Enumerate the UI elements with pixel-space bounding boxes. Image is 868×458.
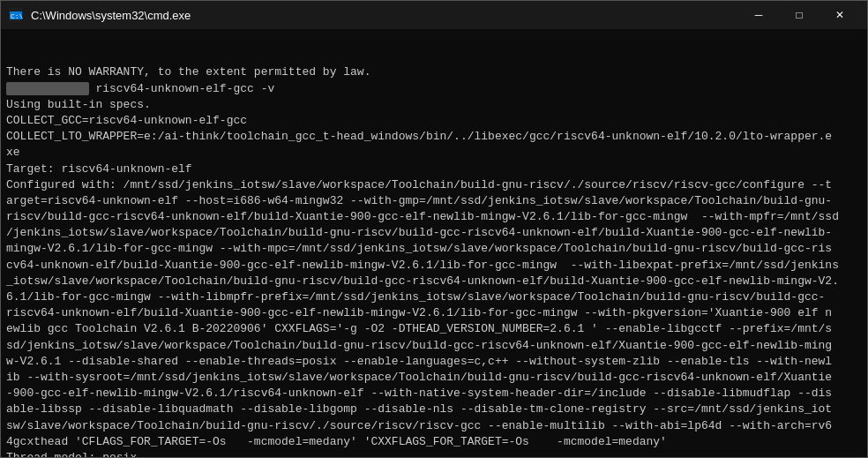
terminal-line: w-V2.6.1 --disable-shared --enable-threa… xyxy=(6,354,862,370)
cmd-icon: C:\ xyxy=(8,7,24,23)
terminal-line: Configured with: /mnt/ssd/jenkins_iotsw/… xyxy=(6,177,862,193)
terminal-line: riscv/build-gcc-riscv64-unknown-elf/buil… xyxy=(6,209,862,225)
terminal-line: sw/slave/workspace/Toolchain/build-gnu-r… xyxy=(6,418,862,434)
terminal-line: COLLECT_GCC=riscv64-unknown-elf-gcc xyxy=(6,113,862,129)
terminal-line: arget=riscv64-unknown-elf --host=i686-w6… xyxy=(6,193,862,209)
cmd-window: C:\ C:\Windows\system32\cmd.exe ─ □ ✕ Th… xyxy=(0,0,868,458)
terminal-line: riscv64-unknown-elf/build-Xuantie-900-gc… xyxy=(6,305,862,321)
terminal-line: Target: riscv64-unknown-elf xyxy=(6,161,862,177)
terminal-line: sd/jenkins_iotsw/slave/workspace/Toolcha… xyxy=(6,338,862,354)
maximize-button[interactable]: □ xyxy=(779,1,819,29)
terminal-line: -900-gcc-elf-newlib-mingw-V2.6.1/riscv64… xyxy=(6,386,862,402)
terminal-line: COLLECT_LTO_WRAPPER=e:/ai-think/toolchai… xyxy=(6,129,862,145)
terminal-line: /jenkins_iotsw/slave/workspace/Toolchain… xyxy=(6,225,862,241)
terminal-output[interactable]: There is NO WARRANTY, to the extent perm… xyxy=(1,29,867,457)
terminal-line: xe xyxy=(6,145,862,161)
minimize-button[interactable]: ─ xyxy=(738,1,779,29)
window-title: C:\Windows\system32\cmd.exe xyxy=(31,9,731,22)
terminal-line: Thread model: posix xyxy=(6,450,862,457)
terminal-line: ewlib gcc Toolchain V2.6.1 B-20220906' C… xyxy=(6,321,862,337)
terminal-line: cv64-unknown-elf/build-Xuantie-900-gcc-e… xyxy=(6,258,862,274)
terminal-line: riscv64-unknown-elf-gcc -v xyxy=(6,81,862,97)
terminal-line: ib --with-sysroot=/mnt/ssd/jenkins_iotsw… xyxy=(6,370,862,386)
close-button[interactable]: ✕ xyxy=(819,1,860,29)
window-controls: ─ □ ✕ xyxy=(738,1,860,29)
terminal-line: able-libssp --disable-libquadmath --disa… xyxy=(6,402,862,417)
svg-text:C:\: C:\ xyxy=(11,12,23,20)
terminal-line: There is NO WARRANTY, to the extent perm… xyxy=(6,64,862,80)
terminal-line: _iotsw/slave/workspace/Toolchain/build-g… xyxy=(6,274,862,289)
terminal-line: 4gcxthead 'CFLAGS_FOR_TARGET=-Os -mcmode… xyxy=(6,434,862,450)
terminal-line: Using built-in specs. xyxy=(6,97,862,113)
terminal-line: mingw-V2.6.1/lib-for-gcc-mingw --with-mp… xyxy=(6,241,862,257)
terminal-line: 6.1/lib-for-gcc-mingw --with-libmpfr-pre… xyxy=(6,289,862,305)
title-bar: C:\ C:\Windows\system32\cmd.exe ─ □ ✕ xyxy=(1,1,867,29)
